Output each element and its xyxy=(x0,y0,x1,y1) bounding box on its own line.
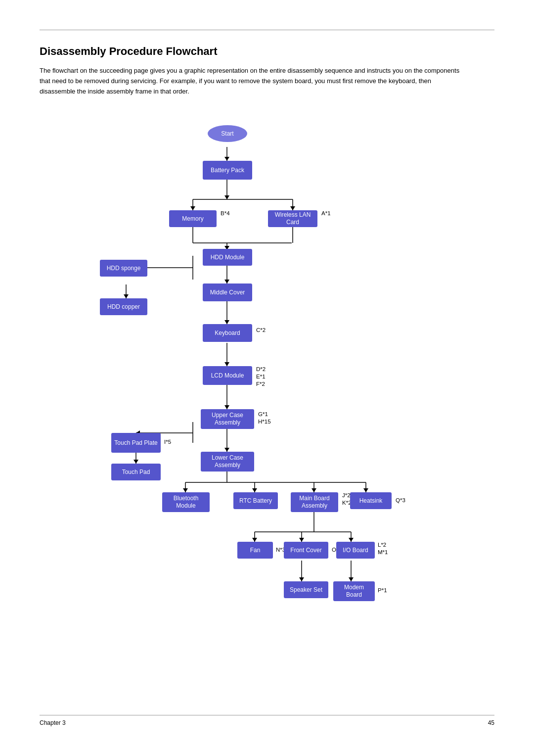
fan-node: Fan xyxy=(237,542,273,559)
keyboard-node: Keyboard xyxy=(203,324,252,342)
svg-marker-1 xyxy=(224,157,229,161)
svg-marker-23 xyxy=(224,320,229,324)
page: Disassembly Procedure Flowchart The flow… xyxy=(0,0,534,756)
label-i5: I*5 xyxy=(164,439,171,445)
svg-marker-32 xyxy=(134,460,138,464)
label-m1: M*1 xyxy=(378,549,388,555)
hdd-sponge-node: HDD sponge xyxy=(100,260,147,277)
svg-marker-45 xyxy=(363,488,368,492)
middle-cover-node: Middle Cover xyxy=(203,284,252,301)
svg-marker-54 xyxy=(349,538,354,542)
hdd-module-node: HDD Module xyxy=(203,249,252,266)
front-cover-node: Front Cover xyxy=(284,542,328,559)
speaker-set-node: Speaker Set xyxy=(284,581,328,598)
label-h15: H*15 xyxy=(258,419,271,425)
label-f2: F*2 xyxy=(256,381,265,387)
upper-case-node: Upper Case Assembly xyxy=(201,409,254,429)
touch-pad-node: Touch Pad xyxy=(111,464,161,480)
svg-marker-49 xyxy=(252,538,257,542)
label-d2: D*2 xyxy=(256,366,266,372)
memory-node: Memory xyxy=(169,210,217,227)
flowchart-arrows xyxy=(40,116,494,700)
footer-right: 45 xyxy=(488,719,494,726)
label-q3: Q*3 xyxy=(396,497,405,503)
main-board-node: Main Board Assembly xyxy=(291,492,338,512)
io-board-node: I/O Board xyxy=(336,542,375,559)
flowchart-area: Start Battery Pack Memory B*4 Wireless L… xyxy=(40,116,494,700)
svg-marker-19 xyxy=(124,294,129,298)
svg-marker-40 xyxy=(252,488,257,492)
svg-marker-38 xyxy=(183,488,188,492)
label-c2: C*2 xyxy=(256,327,266,333)
svg-marker-3 xyxy=(224,195,229,199)
top-border xyxy=(40,30,494,30)
touch-pad-plate-node: Touch Pad Plate xyxy=(111,433,161,453)
battery-pack-node: Battery Pack xyxy=(203,161,252,180)
svg-marker-51 xyxy=(299,538,304,542)
start-node: Start xyxy=(208,125,247,142)
label-l2: L*2 xyxy=(378,542,386,548)
footer-left: Chapter 3 xyxy=(40,719,66,726)
rtc-battery-node: RTC Battery xyxy=(233,492,278,509)
bluetooth-node: Bluetooth Module xyxy=(162,492,210,512)
svg-marker-25 xyxy=(224,362,229,366)
label-a1: A*1 xyxy=(321,210,331,216)
lcd-module-node: LCD Module xyxy=(203,366,252,385)
intro-text: The flowchart on the succeeding page giv… xyxy=(40,66,460,96)
bottom-bar: Chapter 3 45 xyxy=(40,715,494,726)
page-title: Disassembly Procedure Flowchart xyxy=(40,45,494,58)
wireless-lan-node: Wireless LAN Card xyxy=(268,210,317,227)
svg-marker-58 xyxy=(349,577,354,581)
label-p1: P*1 xyxy=(378,587,387,593)
svg-marker-42 xyxy=(312,488,316,492)
svg-marker-21 xyxy=(224,280,229,284)
label-e1: E*1 xyxy=(256,374,266,379)
svg-marker-27 xyxy=(224,405,229,409)
label-b4: B*4 xyxy=(221,210,230,216)
svg-marker-9 xyxy=(290,206,295,210)
svg-marker-7 xyxy=(190,206,195,210)
svg-marker-56 xyxy=(299,577,304,581)
heatsink-node: Heatsink xyxy=(350,492,392,509)
lower-case-node: Lower Case Assembly xyxy=(201,452,254,472)
label-j2: J*2 xyxy=(342,492,351,498)
label-g1: G*1 xyxy=(258,411,268,417)
hdd-copper-node: HDD copper xyxy=(100,298,147,315)
modem-board-node: Modem Board xyxy=(333,581,375,601)
svg-marker-34 xyxy=(224,448,229,452)
